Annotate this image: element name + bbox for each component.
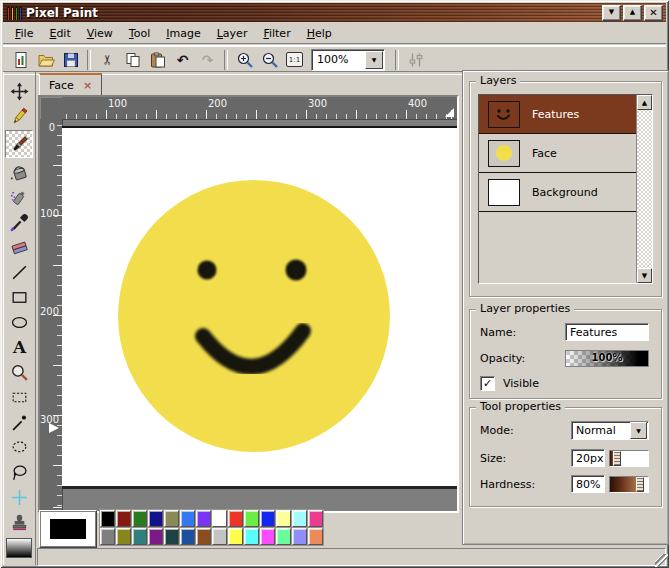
palette-swatch[interactable] (292, 528, 307, 545)
current-color-well[interactable] (39, 510, 97, 548)
palette-swatch[interactable] (292, 510, 307, 527)
move-tool[interactable] (6, 80, 32, 102)
redo-button[interactable]: ↷ (195, 48, 220, 72)
palette-swatch[interactable] (132, 528, 147, 545)
cut-button[interactable]: ✂ (95, 48, 120, 72)
palette-swatch[interactable] (212, 510, 227, 527)
palette-swatch[interactable] (116, 510, 131, 527)
undo-button[interactable]: ↶ (170, 48, 195, 72)
ellipse-tool[interactable] (6, 311, 32, 333)
minimize-button[interactable]: ▼ (602, 5, 621, 21)
layer-thumbnail (488, 140, 520, 167)
gradient-tool[interactable] (6, 538, 32, 558)
zoom-in-button[interactable] (232, 48, 257, 72)
hardness-slider[interactable] (609, 476, 649, 493)
menu-layer[interactable]: Layer (209, 25, 256, 42)
zoom-out-button[interactable] (257, 48, 282, 72)
crosshair-tool[interactable] (6, 486, 32, 508)
palette-swatch[interactable] (260, 510, 275, 527)
palette-swatch[interactable] (260, 528, 275, 545)
palette-swatch[interactable] (196, 510, 211, 527)
menu-edit[interactable]: Edit (41, 25, 78, 42)
copy-button[interactable] (120, 48, 145, 72)
layer-row-background[interactable]: Background (479, 173, 637, 212)
eraser-tool[interactable] (6, 236, 32, 258)
menu-filter[interactable]: Filter (255, 25, 298, 42)
palette-swatch[interactable] (196, 528, 211, 545)
airbrush-tool[interactable] (6, 186, 32, 208)
layer-name-input[interactable]: Features (565, 323, 649, 341)
menu-image[interactable]: Image (158, 25, 208, 42)
menu-view[interactable]: View (79, 25, 121, 42)
palette-swatch[interactable] (244, 528, 259, 545)
palette-swatch[interactable] (116, 528, 131, 545)
size-slider-thumb[interactable] (613, 451, 621, 466)
size-slider[interactable] (609, 450, 649, 467)
resize-grip[interactable] (655, 554, 668, 567)
zoom-out-icon (261, 51, 279, 69)
zoom-combo-dropdown-icon[interactable]: ▼ (365, 51, 383, 69)
adjustments-button[interactable] (403, 48, 428, 72)
actual-size-button[interactable]: 1:1 (282, 48, 307, 72)
maximize-button[interactable]: ▲ (623, 5, 642, 21)
palette-swatch[interactable] (100, 510, 115, 527)
palette-swatch[interactable] (244, 510, 259, 527)
tab-close-icon[interactable]: × (83, 79, 92, 92)
palette-swatch[interactable] (180, 510, 195, 527)
mode-label: Mode: (480, 424, 544, 437)
palette-swatch[interactable] (164, 510, 179, 527)
rectangle-tool[interactable] (6, 286, 32, 308)
palette-swatch[interactable] (276, 510, 291, 527)
lasso-tool[interactable] (6, 436, 32, 458)
palette-swatch[interactable] (212, 528, 227, 545)
menu-help[interactable]: Help (299, 25, 340, 42)
palette-swatch[interactable] (148, 510, 163, 527)
brush-tool[interactable] (5, 130, 33, 158)
close-button[interactable]: ✕ (644, 5, 663, 21)
opacity-slider[interactable]: 100% (565, 350, 649, 367)
new-button[interactable] (8, 48, 33, 72)
canvas-page[interactable] (62, 126, 457, 489)
mode-dropdown[interactable]: Normal ▼ (571, 421, 649, 440)
layer-row-face[interactable]: Face (479, 134, 637, 173)
polygon-lasso-tool[interactable] (6, 461, 32, 483)
palette-swatch[interactable] (228, 528, 243, 545)
palette-swatch[interactable] (164, 528, 179, 545)
hardness-input[interactable]: 80% (571, 475, 605, 493)
right-eye (286, 260, 307, 281)
tab-face[interactable]: Face × (39, 73, 102, 96)
pencil-tool[interactable] (6, 105, 32, 127)
open-button[interactable] (33, 48, 58, 72)
menu-tool[interactable]: Tool (121, 25, 158, 42)
save-button[interactable] (58, 48, 83, 72)
magnifier-tool[interactable] (6, 361, 32, 383)
palette-swatch[interactable] (180, 528, 195, 545)
palette-swatch[interactable] (308, 510, 323, 527)
layer-row-features[interactable]: Features (479, 95, 637, 134)
palette-swatch[interactable] (228, 510, 243, 527)
size-input[interactable]: 20px (571, 449, 605, 467)
paste-button[interactable] (145, 48, 170, 72)
mode-dropdown-icon[interactable]: ▼ (630, 422, 647, 439)
magic-wand-tool[interactable] (6, 411, 32, 433)
clone-stamp-tool[interactable] (6, 511, 32, 533)
app-icon (7, 6, 22, 20)
scroll-up-icon[interactable]: ▲ (637, 95, 652, 110)
palette-swatch[interactable] (132, 510, 147, 527)
zoom-level-combo[interactable]: 100% ▼ (311, 49, 385, 71)
line-tool[interactable] (6, 261, 32, 283)
palette-swatch[interactable] (308, 528, 323, 545)
menu-file[interactable]: File (7, 25, 41, 42)
palette-swatch[interactable] (276, 528, 291, 545)
fill-tool[interactable] (6, 161, 32, 183)
visible-checkbox[interactable]: ✓ (480, 376, 495, 391)
palette-swatch[interactable] (100, 528, 115, 545)
hardness-slider-thumb[interactable] (636, 477, 644, 492)
scroll-down-icon[interactable]: ▼ (637, 268, 652, 283)
rect-select-tool[interactable] (6, 386, 32, 408)
opacity-value: 100% (566, 352, 648, 363)
text-tool[interactable]: A (6, 336, 32, 358)
eyedropper-tool[interactable] (6, 211, 32, 233)
layers-scrollbar[interactable]: ▲ ▼ (636, 95, 652, 283)
palette-swatch[interactable] (148, 528, 163, 545)
